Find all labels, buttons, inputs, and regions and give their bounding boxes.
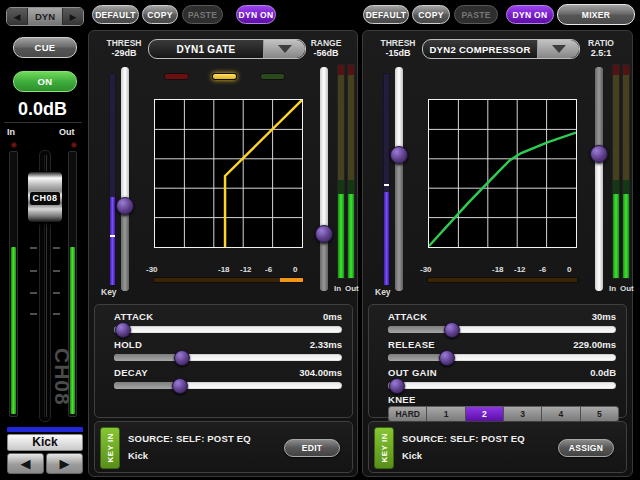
comp-default-button[interactable]: DEFAULT	[363, 5, 409, 24]
gate-curve	[225, 100, 302, 247]
comp-outgain-slider[interactable]	[388, 382, 616, 389]
nav-prev-page-button[interactable]: ◀	[7, 8, 27, 25]
gate-led-yellow	[212, 73, 237, 80]
gate-in-label: In	[334, 284, 341, 293]
comp-axis-30: -30	[420, 265, 432, 274]
chevron-down-icon	[278, 45, 292, 53]
right-arrow-icon: ▶	[70, 12, 77, 22]
channel-color-bar	[7, 427, 83, 432]
gate-axis-30: -30	[146, 265, 158, 274]
gate-attack-label: ATTACK	[114, 311, 153, 322]
gate-hold-value: 2.33ms	[310, 339, 342, 350]
comp-attack-knob[interactable]	[444, 322, 460, 338]
gate-thresh-label: THRESH	[97, 38, 151, 48]
gate-dyn-on-button[interactable]: DYN ON	[236, 5, 276, 24]
channel-in-meter	[9, 151, 18, 417]
gate-thresh-slider[interactable]	[121, 67, 129, 291]
comp-outgain-knob[interactable]	[389, 378, 405, 394]
knee-option-1[interactable]: 1	[427, 407, 465, 421]
comp-outgain-label: OUT GAIN	[388, 367, 437, 378]
cue-button[interactable]: CUE	[13, 37, 77, 58]
comp-axis-12: -12	[514, 265, 526, 274]
gate-panel: THRESH -29dB DYN1 GATE RANGE -56dB	[88, 30, 358, 477]
knee-option-3[interactable]: 3	[504, 407, 542, 421]
in-clip-led	[11, 142, 17, 148]
page-nav-segment: ◀ DYN ▶	[6, 7, 84, 26]
comp-ratio-slider[interactable]	[595, 67, 603, 291]
next-channel-button[interactable]: ▶	[46, 453, 83, 474]
gate-out-meter	[347, 64, 355, 279]
gate-range-slider[interactable]	[320, 67, 328, 291]
channel-id-watermark: CH08	[50, 348, 74, 406]
comp-release-value: 229.00ms	[573, 339, 616, 350]
knee-option-2[interactable]: 2	[466, 407, 504, 421]
gate-range-knob[interactable]	[315, 225, 333, 243]
gate-keyin-edit-button[interactable]: EDIT	[284, 439, 340, 457]
comp-copy-button[interactable]: COPY	[412, 5, 450, 24]
comp-attack-slider[interactable]	[388, 326, 616, 333]
gate-range-label: RANGE	[299, 38, 353, 48]
comp-params: ATTACK 30ms RELEASE 229.00ms OUT GAIN 0.…	[368, 304, 627, 418]
comp-attack-label: ATTACK	[388, 311, 427, 322]
fader-tick	[30, 313, 37, 315]
gate-key-meter	[109, 73, 116, 286]
gate-led-green	[260, 73, 285, 80]
gate-attack-value: 0ms	[323, 311, 342, 322]
comp-keyin-source: SOURCE: SELF: POST EQ	[402, 433, 525, 444]
comp-axis-18: -18	[492, 265, 504, 274]
channel-name-label: Kick	[7, 434, 83, 451]
comp-knee-selector: HARD 1 2 3 4 5	[388, 406, 619, 422]
prev-channel-button[interactable]: ◀	[7, 453, 44, 474]
gate-hold-slider[interactable]	[114, 354, 342, 361]
gate-copy-button[interactable]: COPY	[142, 5, 178, 24]
gate-decay-slider[interactable]	[114, 382, 342, 389]
comp-keyin-assign-button[interactable]: ASSIGN	[558, 439, 614, 457]
nav-next-page-button[interactable]: ▶	[63, 8, 83, 25]
comp-type-dropdown[interactable]: DYN2 COMPRESSOR	[422, 39, 580, 59]
comp-in-label: In	[609, 284, 616, 293]
comp-ratio-knob[interactable]	[590, 145, 608, 163]
gate-attack-knob[interactable]	[115, 322, 131, 338]
comp-thresh-knob[interactable]	[390, 146, 408, 164]
gate-decay-knob[interactable]	[172, 378, 188, 394]
gate-default-button[interactable]: DEFAULT	[92, 5, 139, 24]
comp-ratio-label: RATIO	[574, 38, 628, 48]
comp-keyin-section: KEY IN SOURCE: SELF: POST EQ Kick ASSIGN	[368, 421, 627, 473]
fader-knob-label: CH08	[30, 192, 60, 205]
dropdown-chevron-button[interactable]	[537, 40, 579, 58]
gate-type-selected: DYN1 GATE	[149, 44, 263, 55]
fader-knob[interactable]: CH08	[27, 171, 63, 223]
gate-type-dropdown[interactable]: DYN1 GATE	[148, 39, 306, 59]
gate-thresh-knob[interactable]	[116, 197, 134, 215]
channel-on-button[interactable]: ON	[13, 71, 77, 92]
comp-release-knob[interactable]	[439, 350, 455, 366]
nav-page-label: DYN	[27, 8, 63, 25]
comp-key-label: Key	[375, 287, 391, 297]
comp-dyn-on-button[interactable]: DYN ON	[506, 5, 554, 24]
comp-release-slider[interactable]	[388, 354, 616, 361]
comp-outgain-value: 0.0dB	[590, 367, 616, 378]
gate-decay-label: DECAY	[114, 367, 148, 378]
comp-panel: THRESH -15dB DYN2 COMPRESSOR RATIO 2.5:1	[362, 30, 633, 477]
gate-hold-knob[interactable]	[174, 350, 190, 366]
fader-tick	[30, 292, 37, 294]
mixer-button[interactable]: MIXER	[557, 4, 635, 25]
knee-option-5[interactable]: 5	[581, 407, 618, 421]
gate-thresh-value: -29dB	[97, 48, 151, 58]
fader-tick	[53, 313, 60, 315]
gate-paste-button[interactable]: PASTE	[182, 5, 223, 24]
gate-keyin-section: KEY IN SOURCE: SELF: POST EQ Kick EDIT	[94, 421, 353, 473]
gate-attack-slider[interactable]	[114, 326, 342, 333]
comp-thresh-label: THRESH	[371, 38, 425, 48]
meter-out-label: Out	[59, 127, 75, 137]
knee-option-hard[interactable]: HARD	[389, 407, 427, 421]
comp-type-selected: DYN2 COMPRESSOR	[423, 44, 537, 55]
comp-thresh-slider[interactable]	[395, 67, 403, 291]
comp-attack-value: 30ms	[592, 311, 616, 322]
comp-curve	[429, 133, 576, 246]
gate-keyin-source-name: Kick	[128, 450, 148, 461]
knee-option-4[interactable]: 4	[542, 407, 580, 421]
comp-paste-button[interactable]: PASTE	[454, 5, 498, 24]
meter-in-label: In	[7, 127, 15, 137]
out-clip-led	[71, 142, 77, 148]
